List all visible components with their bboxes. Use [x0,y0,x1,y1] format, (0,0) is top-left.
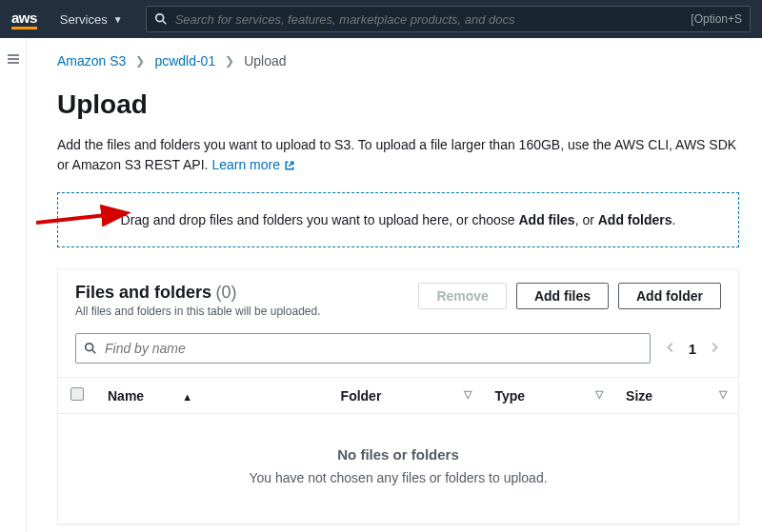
sort-icon: ▽ [464,388,471,401]
search-icon [154,12,168,26]
dropzone-add-folders: Add folders [598,212,672,227]
add-files-button[interactable]: Add files [516,283,609,309]
hamburger-icon [6,51,21,67]
chevron-right-icon [708,341,721,354]
chevron-right-icon: ❯ [135,54,145,68]
remove-button[interactable]: Remove [418,283,506,309]
col-folder[interactable]: Folder▽ [330,378,484,414]
search-hint: [Option+S [691,12,742,26]
select-all-checkbox[interactable] [70,387,84,401]
pager-prev[interactable] [664,341,677,357]
global-search-input[interactable] [175,12,684,27]
svg-point-7 [86,344,93,351]
dropzone-text-mid: , or [575,212,598,227]
find-by-name[interactable] [75,333,651,364]
svg-line-8 [92,350,96,354]
dropzone-text-suffix: . [672,212,676,227]
sidebar-toggle[interactable] [0,38,27,532]
svg-line-1 [162,21,166,25]
files-panel: Files and folders (0) All files and fold… [57,268,739,524]
aws-logo[interactable]: aws [11,10,37,30]
external-link-icon [284,160,295,171]
svg-point-0 [155,14,163,22]
chevron-left-icon [664,341,677,354]
sort-icon: ▽ [719,388,727,401]
dropzone[interactable]: Drag and drop files and folders you want… [57,192,739,247]
global-search[interactable]: [Option+S [146,6,751,32]
add-folder-button[interactable]: Add folder [618,283,721,309]
panel-title: Files and folders [75,283,211,302]
pager-next[interactable] [708,341,721,357]
pager: 1 [664,341,721,357]
col-name[interactable]: Name▲ [96,378,330,414]
empty-state: No files or folders You have not chosen … [58,414,738,523]
services-menu-button[interactable]: Services ▼ [60,12,123,27]
page-description-text: Add the files and folders you want to up… [57,137,736,172]
learn-more-link[interactable]: Learn more [211,155,295,175]
files-table: Name▲ Folder▽ Type▽ Size▽ No files or fo… [58,377,738,523]
col-name-label: Name [108,388,144,404]
panel-subtitle: All files and folders in this table will… [75,305,320,318]
top-nav: aws Services ▼ [Option+S [0,0,762,38]
services-label: Services [60,12,108,27]
panel-count: (0) [216,283,237,302]
breadcrumb: Amazon S3 ❯ pcwdld-01 ❯ Upload [57,53,739,69]
col-folder-label: Folder [341,388,382,404]
breadcrumb-current: Upload [244,53,286,69]
sort-icon: ▽ [595,388,603,401]
main-content: Amazon S3 ❯ pcwdld-01 ❯ Upload Upload Ad… [27,38,762,532]
col-type[interactable]: Type▽ [483,378,614,414]
page-title: Upload [57,89,739,120]
col-size-label: Size [626,388,652,404]
dropzone-text: Drag and drop files and folders you want… [121,212,519,227]
chevron-right-icon: ❯ [225,54,234,68]
dropzone-add-files: Add files [519,212,575,227]
breadcrumb-root[interactable]: Amazon S3 [57,53,126,69]
col-type-label: Type [494,388,525,404]
col-size[interactable]: Size▽ [614,378,738,414]
find-input[interactable] [105,341,642,356]
pager-page-number: 1 [689,341,696,357]
caret-down-icon: ▼ [113,14,123,25]
empty-subtitle: You have not chosen any files or folders… [58,470,738,485]
sort-asc-icon: ▲ [182,391,192,403]
learn-more-label: Learn more [211,155,280,175]
search-icon [84,342,97,355]
empty-title: No files or folders [58,446,738,463]
breadcrumb-bucket[interactable]: pcwdld-01 [154,53,215,69]
page-description: Add the files and folders you want to up… [57,135,739,175]
